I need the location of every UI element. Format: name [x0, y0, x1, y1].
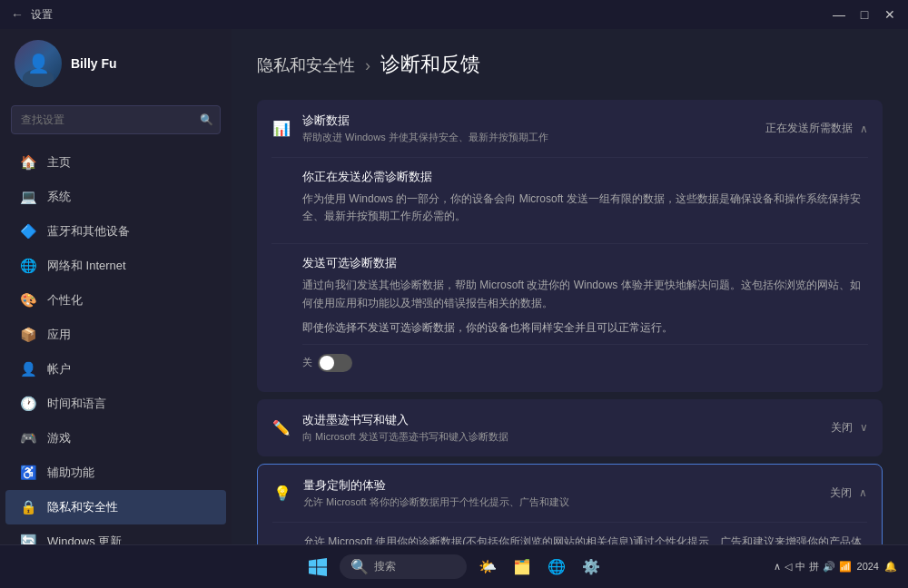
content-area: 隐私和安全性 › 诊断和反馈 📊 诊断数据 帮助改进 Windows 并使其保持…: [232, 29, 908, 544]
breadcrumb-current: 诊断和反馈: [380, 53, 480, 75]
sidebar-item-apps[interactable]: 📦 应用: [5, 318, 226, 352]
taskbar-store-icon[interactable]: 🗂️: [508, 554, 536, 581]
taskbar-edge-icon[interactable]: 🌐: [543, 554, 570, 581]
section-chevron-inking: ∨: [860, 421, 868, 434]
tray-arrow: ◁: [785, 561, 792, 573]
titlebar: ← 设置 — □ ✕: [0, 0, 908, 29]
sidebar-item-privacy[interactable]: 🔒 隐私和安全性: [5, 490, 226, 524]
notification-icon[interactable]: 🔔: [884, 561, 897, 573]
section-header-left-diagnostic-data: 📊 诊断数据 帮助改进 Windows 并使其保持安全、最新并按预期工作: [271, 113, 548, 144]
user-name: Billy Fu: [71, 56, 117, 71]
section-title-diagnostic-data: 诊断数据: [302, 113, 548, 129]
nav-icon-system: 💻: [20, 189, 36, 205]
section-right-tailored: 关闭 ∧: [830, 485, 867, 501]
nav-icon-apps: 📦: [20, 327, 36, 343]
nav-icon-personalization: 🎨: [20, 292, 36, 309]
taskbar-widget-icon[interactable]: 🌤️: [474, 554, 501, 581]
maximize-button[interactable]: □: [857, 7, 872, 22]
section-title-group-inking: 改进墨迹书写和键入 向 Microsoft 发送可选墨迹书写和键入诊断数据: [302, 412, 508, 444]
section-sub-tailored: 允许 Microsoft 将你的诊断数据用于个性化提示、广告和建议: [303, 495, 569, 509]
sidebar-item-gaming[interactable]: 🎮 游戏: [5, 421, 226, 456]
sidebar-item-home[interactable]: 🏠 主页: [5, 145, 226, 180]
time-display[interactable]: 2024: [857, 560, 879, 573]
section-chevron-tailored: ∧: [859, 486, 867, 499]
tray-network[interactable]: 📶: [839, 561, 852, 573]
nav-label-home: 主页: [47, 154, 71, 171]
search-icon: 🔍: [200, 113, 213, 126]
nav-icon-network: 🌐: [20, 258, 36, 274]
sidebar-item-system[interactable]: 💻 系统: [5, 180, 226, 214]
user-profile[interactable]: Billy Fu: [0, 29, 232, 105]
tray-ime[interactable]: 中: [795, 560, 805, 573]
close-button[interactable]: ✕: [883, 7, 897, 22]
section-tailored: 💡 量身定制的体验 允许 Microsoft 将你的诊断数据用于个性化提示、广告…: [257, 464, 883, 544]
taskbar-search[interactable]: 🔍 搜索: [340, 554, 467, 579]
search-input[interactable]: [11, 105, 221, 134]
nav-icon-accounts: 👤: [20, 361, 36, 377]
section-inking: ✏️ 改进墨迹书写和键入 向 Microsoft 发送可选墨迹书写和键入诊断数据…: [257, 399, 883, 456]
avatar: [15, 40, 62, 87]
section-chevron-diagnostic-data: ∧: [860, 122, 868, 135]
nav-label-personalization: 个性化: [47, 292, 83, 309]
sidebar-item-time[interactable]: 🕐 时间和语言: [5, 387, 226, 421]
subsection-title-diagnostic-data-0: 你正在发送必需诊断数据: [302, 169, 868, 185]
subsection-body-diagnostic-data-1: 通过向我们发送其他诊断数据，帮助 Microsoft 改进你的 Windows …: [302, 277, 868, 311]
main-layout: Billy Fu 🔍 🏠 主页 💻 系统 🔷 蓝牙和其他设备 🌐 网络和 Int…: [0, 29, 908, 544]
subsection-title-diagnostic-data-1: 发送可选诊断数据: [302, 255, 868, 271]
nav-label-network: 网络和 Internet: [47, 258, 126, 274]
section-status-tailored: 关闭: [830, 485, 852, 501]
sys-tray: ∧ ◁ 中 拼 🔊 📶: [774, 560, 852, 573]
tray-volume[interactable]: 🔊: [823, 561, 835, 573]
nav-label-accessibility: 辅助功能: [47, 465, 94, 481]
section-status-diagnostic-data: 正在发送所需数据: [765, 121, 853, 136]
sidebar-item-network[interactable]: 🌐 网络和 Internet: [5, 249, 226, 283]
section-title-inking: 改进墨迹书写和键入: [302, 412, 508, 428]
nav-label-windows-update: Windows 更新: [47, 534, 122, 544]
sidebar-item-personalization[interactable]: 🎨 个性化: [5, 283, 226, 318]
nav-icon-windows-update: 🔄: [20, 534, 36, 544]
nav-label-time: 时间和语言: [47, 396, 106, 412]
taskbar-settings-icon[interactable]: ⚙️: [577, 554, 605, 581]
sections-container: 📊 诊断数据 帮助改进 Windows 并使其保持安全、最新并按预期工作 正在发…: [257, 100, 883, 544]
taskbar-search-icon: 🔍: [350, 558, 369, 575]
nav-label-bluetooth: 蓝牙和其他设备: [47, 223, 130, 240]
tray-expand[interactable]: ∧: [774, 561, 781, 573]
sidebar-item-bluetooth[interactable]: 🔷 蓝牙和其他设备: [5, 214, 226, 249]
nav-label-apps: 应用: [47, 327, 71, 343]
nav-icon-privacy: 🔒: [20, 499, 36, 515]
search-box: 🔍: [11, 105, 221, 134]
subsection-diagnostic-data-0: 你正在发送必需诊断数据 作为使用 Windows 的一部分，你的设备会向 Mic…: [257, 158, 883, 243]
windows-logo[interactable]: [303, 553, 332, 582]
section-right-diagnostic-data: 正在发送所需数据 ∧: [765, 121, 868, 136]
titlebar-title: 设置: [31, 7, 53, 23]
section-icon-diagnostic-data: 📊: [271, 119, 291, 139]
titlebar-left: ← 设置: [11, 7, 53, 23]
time-text: 2024: [857, 560, 879, 573]
minimize-button[interactable]: —: [832, 7, 846, 22]
nav-label-privacy: 隐私和安全性: [47, 499, 118, 515]
nav-label-system: 系统: [47, 189, 71, 205]
sidebar-item-accounts[interactable]: 👤 帐户: [5, 352, 226, 387]
section-header-tailored[interactable]: 💡 量身定制的体验 允许 Microsoft 将你的诊断数据用于个性化提示、广告…: [258, 465, 882, 522]
section-diagnostic-data: 📊 诊断数据 帮助改进 Windows 并使其保持安全、最新并按预期工作 正在发…: [257, 100, 883, 392]
toggle-switch-diagnostic-data-1[interactable]: [318, 354, 352, 372]
section-header-diagnostic-data[interactable]: 📊 诊断数据 帮助改进 Windows 并使其保持安全、最新并按预期工作 正在发…: [257, 100, 883, 157]
section-sub-diagnostic-data: 帮助改进 Windows 并使其保持安全、最新并按预期工作: [302, 131, 548, 144]
back-button[interactable]: ←: [11, 7, 24, 22]
section-title-tailored: 量身定制的体验: [303, 477, 569, 494]
toggle-label-diagnostic-data-1: 关: [302, 356, 312, 369]
taskbar-right: ∧ ◁ 中 拼 🔊 📶 2024 🔔: [774, 560, 897, 573]
sidebar-item-accessibility[interactable]: ♿ 辅助功能: [5, 456, 226, 490]
tray-pinyin[interactable]: 拼: [809, 560, 819, 573]
subsection-tailored-0: 允许 Microsoft 使用你的诊断数据(不包括你所浏览的网站的相关信息)通过…: [258, 523, 882, 544]
section-header-left-inking: ✏️ 改进墨迹书写和键入 向 Microsoft 发送可选墨迹书写和键入诊断数据: [271, 412, 508, 444]
nav-label-accounts: 帐户: [47, 361, 71, 377]
section-title-group-diagnostic-data: 诊断数据 帮助改进 Windows 并使其保持安全、最新并按预期工作: [302, 113, 548, 144]
nav-list: 🏠 主页 💻 系统 🔷 蓝牙和其他设备 🌐 网络和 Internet 🎨 个性化…: [0, 145, 232, 544]
nav-icon-bluetooth: 🔷: [20, 223, 36, 240]
sidebar-item-windows-update[interactable]: 🔄 Windows 更新: [5, 524, 226, 544]
section-header-inking[interactable]: ✏️ 改进墨迹书写和键入 向 Microsoft 发送可选墨迹书写和键入诊断数据…: [257, 399, 883, 456]
subsection-extra-diagnostic-data-1: 即使你选择不发送可选诊断数据，你的设备也将同样安全并且可以正常运行。: [302, 319, 868, 337]
nav-icon-time: 🕐: [20, 396, 36, 412]
user-info: Billy Fu: [71, 56, 117, 71]
